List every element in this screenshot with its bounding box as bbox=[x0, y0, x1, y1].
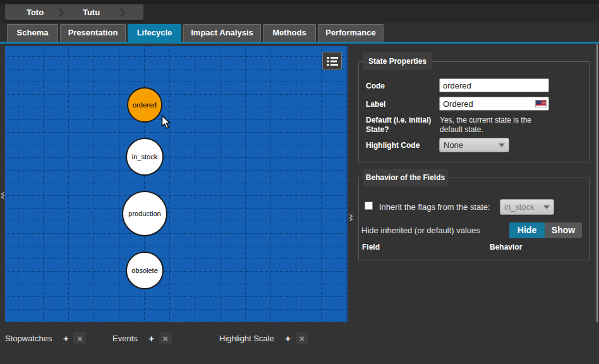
remove-highlight-scale-button[interactable]: × bbox=[296, 332, 308, 344]
state-label: in_stock bbox=[132, 153, 157, 161]
state-node-production[interactable]: production bbox=[122, 191, 167, 236]
tab-schema[interactable]: Schema bbox=[7, 24, 58, 42]
chevron-down-icon bbox=[543, 205, 550, 209]
tab-presentation[interactable]: Presentation bbox=[60, 24, 126, 42]
default-state-label: Default (i.e. initial) State? bbox=[366, 116, 440, 135]
add-event-button[interactable]: + bbox=[145, 332, 158, 344]
stopwatches-label: Stopwatches bbox=[5, 334, 52, 343]
tab-impact-analysis[interactable]: Impact Analysis bbox=[183, 24, 261, 42]
us-flag-locale-icon[interactable] bbox=[535, 100, 547, 107]
right-scrollbar-track[interactable] bbox=[596, 44, 598, 364]
remove-stopwatch-button[interactable]: × bbox=[73, 332, 86, 344]
collapse-left-panel-handle[interactable] bbox=[0, 191, 5, 200]
behavior-column-header: Behavior bbox=[490, 243, 522, 252]
breadcrumb: Toto Tutu bbox=[5, 4, 143, 20]
events-section: Events + × bbox=[112, 332, 173, 344]
default-state-value: Yes, the current state is the default st… bbox=[440, 116, 547, 135]
show-button[interactable]: Show bbox=[545, 222, 582, 238]
inherit-flags-checkbox[interactable] bbox=[365, 202, 373, 210]
state-label: obsolete bbox=[131, 267, 158, 274]
list-icon bbox=[327, 56, 338, 66]
code-label: Code bbox=[366, 82, 385, 91]
lifecycle-editor-window: Toto Tutu Schema Presentation Lifecycle … bbox=[0, 0, 599, 364]
hide-values-label: Hide inherited (or default) values bbox=[361, 226, 480, 235]
add-stopwatch-button[interactable]: + bbox=[59, 332, 72, 344]
highlight-code-label: Highlight Code bbox=[366, 141, 420, 150]
lifecycle-diagram-canvas[interactable]: ordered in_stock production obsolete bbox=[5, 46, 348, 322]
inherit-state-select[interactable]: in_stock bbox=[500, 199, 554, 215]
highlight-scale-section: Highlight Scale + × bbox=[219, 332, 310, 344]
breadcrumb-item-tutu[interactable]: Tutu bbox=[61, 8, 121, 17]
highlight-code-select[interactable]: None bbox=[439, 138, 509, 152]
tab-bar-accent-line bbox=[0, 42, 599, 44]
hide-button[interactable]: Hide bbox=[509, 222, 545, 238]
events-label: Events bbox=[112, 334, 138, 343]
tab-performance[interactable]: Performance bbox=[318, 24, 384, 42]
state-node-in-stock[interactable]: in_stock bbox=[126, 138, 164, 176]
state-properties-header: State Properties bbox=[363, 52, 432, 70]
label-label: Label bbox=[366, 100, 385, 109]
field-column-header: Field bbox=[362, 243, 380, 252]
remove-event-button[interactable]: × bbox=[159, 332, 172, 344]
label-input[interactable] bbox=[439, 97, 549, 111]
chevron-down-icon bbox=[499, 143, 505, 147]
tab-methods[interactable]: Methods bbox=[263, 24, 316, 42]
stopwatches-section: Stopwatches + × bbox=[5, 332, 87, 344]
mouse-cursor-icon bbox=[161, 115, 172, 132]
behavior-fields-header: Behavior of the Fields bbox=[363, 169, 448, 186]
state-label: production bbox=[128, 210, 160, 217]
tab-lifecycle[interactable]: Lifecycle bbox=[128, 24, 181, 44]
state-node-obsolete[interactable]: obsolete bbox=[126, 252, 164, 289]
state-label: ordered bbox=[133, 101, 157, 109]
inherit-state-selected-value: in_stock bbox=[504, 202, 535, 212]
tab-bar: Schema Presentation Lifecycle Impact Ana… bbox=[0, 23, 599, 44]
top-bar: Toto Tutu bbox=[0, 0, 599, 23]
code-input[interactable] bbox=[439, 78, 549, 92]
diagram-list-view-button[interactable] bbox=[322, 52, 342, 70]
highlight-code-selected-value: None bbox=[444, 140, 463, 150]
state-node-ordered[interactable]: ordered bbox=[127, 87, 162, 123]
bottom-panel-bar: Stopwatches + × Events + × Highlight Sca… bbox=[0, 322, 599, 364]
behavior-fields-panel bbox=[358, 178, 590, 260]
inherit-flags-label: Inherit the flags from the state: bbox=[379, 202, 490, 212]
add-highlight-scale-button[interactable]: + bbox=[282, 332, 294, 344]
highlight-scale-label: Highlight Scale bbox=[219, 334, 274, 343]
expand-right-panel-handle[interactable] bbox=[349, 214, 354, 222]
